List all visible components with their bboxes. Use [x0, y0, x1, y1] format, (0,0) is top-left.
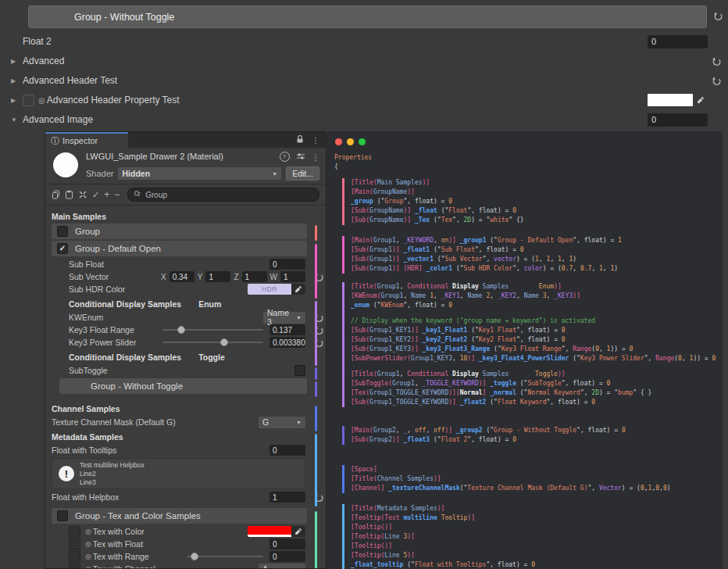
property-row: Float with Helpbox1 [45, 491, 326, 503]
revert-icon[interactable] [713, 10, 723, 24]
help-icon[interactable]: ? [280, 152, 290, 162]
override-dot-icon: ◎ [85, 540, 91, 548]
code-line: [Title(Main Samples)] [351, 178, 718, 188]
property-label: Advanced Image [23, 114, 648, 125]
property-row: ▼Advanced Image0 [0, 112, 728, 127]
revert-icon[interactable] [314, 313, 324, 324]
value-field[interactable]: 0 [269, 551, 305, 562]
value-field[interactable]: 0 [269, 259, 305, 270]
minimize-button[interactable] [347, 138, 354, 145]
foldout-right-icon[interactable]: ▶ [11, 97, 23, 104]
axis-field[interactable]: 1 [280, 271, 305, 282]
kebab-menu-icon[interactable]: ⋮ [312, 152, 320, 162]
axis-field[interactable]: 1 [242, 271, 267, 282]
code-line: _group ("Group", float) = 0 [351, 197, 718, 206]
material-preview-sphere[interactable] [53, 152, 78, 177]
search-input[interactable]: Group [127, 188, 319, 202]
search-text: Group [145, 191, 167, 199]
property-row: ▶Advanced [0, 53, 728, 69]
tab-inspector[interactable]: ⓘ Inspector [45, 132, 128, 148]
group-header[interactable]: ✓Group - Default Open [52, 241, 307, 256]
eyedropper-icon[interactable] [693, 94, 708, 106]
group-checkbox[interactable] [57, 510, 68, 521]
group-header[interactable]: Group - Without Toggle [59, 378, 307, 394]
slider-knob[interactable] [191, 553, 198, 560]
code-line: [Channel] _textureChannelMask("Texture C… [351, 484, 718, 493]
foldout-right-icon[interactable]: ▶ [11, 77, 23, 84]
slider-track[interactable] [162, 329, 263, 331]
property-row: ◎Tex with Range0 [45, 550, 326, 563]
foldout-right-icon[interactable]: ▶ [11, 58, 23, 65]
value-field[interactable]: 0 [269, 539, 305, 549]
edit-button[interactable]: Edit... [286, 166, 319, 181]
revert-icon [314, 338, 324, 348]
slider-knob[interactable] [177, 326, 185, 334]
remove-icon[interactable]: − [114, 189, 120, 200]
group-checkbox[interactable]: ✓ [57, 243, 68, 254]
value-field[interactable]: 1 [269, 492, 305, 503]
section-header: Conditional Display SamplesToggle [45, 351, 326, 363]
revert-icon[interactable] [314, 492, 324, 504]
kebab-menu-icon[interactable]: ⋮ [312, 135, 320, 145]
code-line: [Main(Group2, _, off, off)] _group2 ("Gr… [351, 426, 718, 435]
shader-dropdown[interactable]: Hidden ▼ [118, 167, 281, 180]
value-field[interactable]: 0.003380 [269, 337, 305, 348]
revert-icon[interactable] [314, 338, 324, 349]
close-button[interactable] [335, 138, 342, 145]
eyedropper-icon [294, 285, 302, 293]
slider-track[interactable] [162, 342, 263, 343]
value-field[interactable]: 0 [269, 445, 305, 456]
property-label: KWEnum [69, 313, 263, 322]
material-properties: Main SamplesGroup✓Group - Default OpenSu… [45, 206, 326, 569]
property-label: Advanced Header Test [23, 75, 648, 86]
paste-icon[interactable] [65, 190, 73, 199]
axis-field[interactable]: 0.34 [170, 271, 194, 282]
code-line [351, 363, 718, 370]
texture-slot[interactable] [69, 539, 80, 550]
property-row: Sub VectorX0.34Y1Z1W1 [45, 270, 326, 283]
value-field[interactable]: 0.137 [269, 324, 305, 335]
color-swatch[interactable] [648, 94, 708, 106]
code-line: [Tooltip()] [351, 523, 718, 532]
axis-field[interactable]: 1 [205, 271, 230, 282]
group-header-label: Group - Without Toggle [74, 12, 174, 23]
group-without-toggle-header[interactable]: Group - Without Toggle [28, 5, 707, 28]
spacer [45, 395, 326, 400]
group-header[interactable]: Group [52, 224, 307, 239]
revert-slot[interactable] [708, 56, 725, 66]
group-header[interactable]: Group - Tex and Color Samples [52, 508, 307, 524]
value-field[interactable]: 0 [648, 113, 708, 127]
property-row: KWEnumName 3▼ [45, 311, 326, 324]
property-row: ◎Tex with ChannelA▼ [45, 563, 326, 569]
toggle-checkbox[interactable] [294, 365, 305, 376]
texture-slot[interactable] [69, 551, 80, 563]
add-icon[interactable]: + [104, 189, 109, 200]
checkmark-icon[interactable]: ✓ [92, 190, 99, 200]
color-swatch[interactable] [248, 526, 305, 537]
revert-slot[interactable] [708, 76, 725, 86]
collapse-all-icon[interactable] [78, 190, 87, 199]
dropdown[interactable]: Name 3▼ [263, 312, 305, 324]
group-checkbox[interactable] [57, 226, 68, 237]
foldout-down-icon[interactable]: ▼ [11, 116, 23, 123]
copy-icon[interactable] [52, 190, 60, 199]
revert-icon[interactable] [314, 325, 324, 337]
code-line: [Sub(Group1_KEY3)] _key3_Float3_Range ("… [351, 345, 718, 354]
code-line: [Title(Metadata Samples)] [351, 504, 718, 514]
eyedropper-icon[interactable] [291, 526, 305, 537]
eyedropper-icon[interactable] [291, 284, 305, 295]
texture-slot[interactable] [69, 564, 80, 569]
property-checkbox[interactable] [23, 95, 34, 106]
texture-slot[interactable] [69, 526, 80, 538]
inspector-window: ⓘ Inspector ⋮ LWGUI_Sample Drawer 2 (Mat… [45, 131, 327, 569]
slider-knob[interactable] [220, 338, 228, 346]
hdr-color-swatch[interactable]: HDR [248, 284, 305, 295]
value-field[interactable]: 0 [648, 35, 708, 48]
lock-icon[interactable] [296, 135, 304, 145]
zoom-button[interactable] [359, 138, 366, 145]
revert-icon[interactable] [314, 272, 324, 284]
dropdown[interactable]: A▼ [259, 564, 305, 569]
dropdown[interactable]: G▼ [259, 417, 305, 428]
presets-icon[interactable] [296, 152, 305, 162]
slider-track[interactable] [187, 556, 263, 557]
